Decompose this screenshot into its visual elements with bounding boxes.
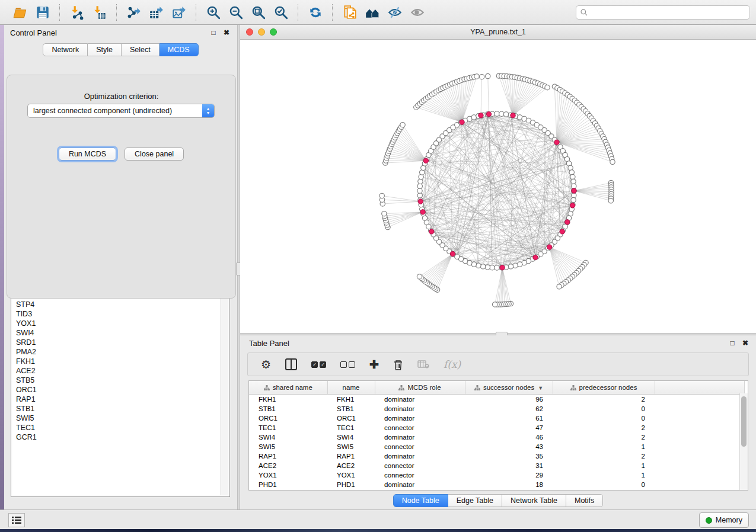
memory-button[interactable]: Memory xyxy=(699,512,749,528)
shared-column-icon xyxy=(398,384,404,392)
mcds-list-scrollbar[interactable] xyxy=(221,281,228,495)
mcds-result-item[interactable]: SWI5 xyxy=(12,414,221,423)
mcds-result-list[interactable]: PHD1CAR1STP4TID3YOX1SWI4SRD1PMA2FKH1ACE2… xyxy=(12,281,221,495)
close-window-icon[interactable] xyxy=(246,28,253,36)
table-row[interactable]: TEC1TEC1connector472 xyxy=(249,423,745,432)
mcds-result-item[interactable]: ORC1 xyxy=(12,385,221,395)
memory-label: Memory xyxy=(716,516,742,524)
delete-column-icon[interactable] xyxy=(393,359,403,370)
table-row[interactable]: RAP1RAP1dominator352 xyxy=(249,451,745,461)
table-row[interactable]: SWI5SWI5connector431 xyxy=(249,442,745,451)
mcds-result-group: MCDS result (17 nodes) PHD1CAR1STP4TID3Y… xyxy=(11,277,230,497)
column-header-successor-nodes[interactable]: successor nodes▼ xyxy=(465,381,553,395)
toolbar-search[interactable] xyxy=(576,5,750,20)
control-panel-title: Control Panel xyxy=(10,28,205,37)
show-column-icon[interactable] xyxy=(285,358,297,370)
chevron-down-icon: ▼ xyxy=(538,385,543,391)
mcds-result-item[interactable]: SWI4 xyxy=(12,328,221,338)
export-table-icon[interactable] xyxy=(148,4,165,21)
task-history-button[interactable] xyxy=(8,513,25,527)
search-input[interactable] xyxy=(588,8,746,17)
mcds-result-item[interactable]: GCR1 xyxy=(12,432,221,442)
column-header-shared-name[interactable]: shared name xyxy=(249,381,327,395)
close-panel-button[interactable]: Close panel xyxy=(125,148,184,161)
toolbar-separator xyxy=(196,4,197,21)
table-scrollbar[interactable] xyxy=(739,393,748,490)
tab-mcds[interactable]: MCDS xyxy=(160,43,199,56)
close-panel-icon[interactable]: ✖ xyxy=(741,338,750,348)
show-hidden-icon[interactable] xyxy=(409,4,426,21)
network-graph[interactable] xyxy=(240,40,756,333)
shared-column-icon xyxy=(474,384,480,392)
criterion-dropdown[interactable]: largest connected component (undirected)… xyxy=(27,104,215,118)
tab-node-table[interactable]: Node Table xyxy=(393,494,448,507)
network-titlebar[interactable]: YPA_prune.txt_1 xyxy=(240,25,756,40)
control-panel: Control Panel □ ✖ Optimization criterion… xyxy=(4,25,237,509)
table-row[interactable]: ORC1ORC1dominator610 xyxy=(249,414,745,423)
status-bar: Memory xyxy=(0,509,756,529)
first-neighbors-icon[interactable] xyxy=(364,4,381,21)
control-panel-header: Control Panel □ ✖ xyxy=(4,25,237,40)
mcds-result-item[interactable]: PMA2 xyxy=(12,347,221,357)
add-column-icon[interactable]: ✚ xyxy=(369,358,379,371)
table-row[interactable]: PHD1PHD1dominator180 xyxy=(249,480,745,489)
mcds-result-item[interactable]: RAP1 xyxy=(12,395,221,404)
function-builder-icon[interactable]: f(x) xyxy=(444,358,461,370)
mcds-result-item[interactable]: STB5 xyxy=(12,376,221,385)
refresh-layout-icon[interactable] xyxy=(307,4,324,21)
zoom-in-icon[interactable] xyxy=(205,4,222,21)
zoom-out-icon[interactable] xyxy=(228,4,244,21)
scrollbar-thumb[interactable] xyxy=(741,396,747,447)
minimize-window-icon[interactable] xyxy=(258,28,265,36)
mcds-result-item[interactable]: ACE2 xyxy=(12,366,221,376)
deselect-all-checkboxes-icon[interactable] xyxy=(340,361,355,368)
mcds-result-item[interactable]: SRD1 xyxy=(12,338,221,347)
zoom-fit-icon[interactable] xyxy=(250,4,267,21)
tab-style[interactable]: Style xyxy=(88,43,122,56)
network-from-document-icon[interactable] xyxy=(342,4,358,21)
tab-select[interactable]: Select xyxy=(122,43,160,56)
export-image-icon[interactable] xyxy=(171,4,187,21)
mcds-result-item[interactable]: TID3 xyxy=(12,309,221,319)
column-header-mcds-role[interactable]: MCDS role xyxy=(375,381,465,395)
table-row[interactable]: SWI4SWI4dominator462 xyxy=(249,432,745,442)
close-panel-icon[interactable]: ✖ xyxy=(222,28,231,37)
run-mcds-button[interactable]: Run MCDS xyxy=(59,148,116,161)
mcds-result-item[interactable]: STB1 xyxy=(12,404,221,414)
export-network-icon[interactable] xyxy=(126,4,142,21)
mcds-result-item[interactable]: TEC1 xyxy=(12,423,221,432)
main-toolbar xyxy=(0,0,756,25)
column-header-name[interactable]: name xyxy=(327,381,375,395)
select-all-checkboxes-icon[interactable]: ✓✓ xyxy=(311,361,326,368)
tab-edge-table[interactable]: Edge Table xyxy=(448,494,502,507)
table-row[interactable]: YOX1YOX1connector291 xyxy=(249,470,745,480)
table-panel-tabs: Node Table Edge Table Network Table Moti… xyxy=(240,494,756,507)
import-table-icon[interactable] xyxy=(91,4,108,21)
delete-table-icon[interactable] xyxy=(417,360,429,369)
network-window: YPA_prune.txt_1 xyxy=(240,25,756,333)
shared-column-icon xyxy=(264,384,270,392)
search-icon xyxy=(580,8,588,17)
settings-gear-icon[interactable]: ⚙ xyxy=(261,358,271,371)
desktop-wallpaper-left xyxy=(0,25,4,529)
import-network-icon[interactable] xyxy=(69,4,85,21)
tab-network[interactable]: Network xyxy=(43,43,88,56)
float-panel-icon[interactable]: □ xyxy=(728,338,737,348)
mcds-result-item[interactable]: FKH1 xyxy=(12,357,221,366)
float-panel-icon[interactable]: □ xyxy=(209,28,218,37)
mcds-result-item[interactable]: STP4 xyxy=(12,300,221,309)
hide-selected-icon[interactable] xyxy=(387,4,403,21)
tab-motifs[interactable]: Motifs xyxy=(566,494,603,507)
shared-column-icon xyxy=(570,384,576,392)
table-row[interactable]: STB1STB1dominator620 xyxy=(249,404,745,414)
save-session-icon[interactable] xyxy=(34,4,51,21)
tab-network-table[interactable]: Network Table xyxy=(502,494,566,507)
column-header-predecessor-nodes[interactable]: predecessor nodes xyxy=(553,381,655,395)
zoom-selected-icon[interactable] xyxy=(273,4,289,21)
table-row[interactable]: FKH1FKH1dominator962 xyxy=(249,395,745,405)
open-session-icon[interactable] xyxy=(12,4,28,21)
mcds-result-item[interactable]: YOX1 xyxy=(12,319,221,328)
node-table-body: FKH1FKH1dominator962STB1STB1dominator620… xyxy=(249,395,745,490)
maximize-window-icon[interactable] xyxy=(270,28,277,36)
table-row[interactable]: ACE2ACE2connector311 xyxy=(249,461,745,470)
